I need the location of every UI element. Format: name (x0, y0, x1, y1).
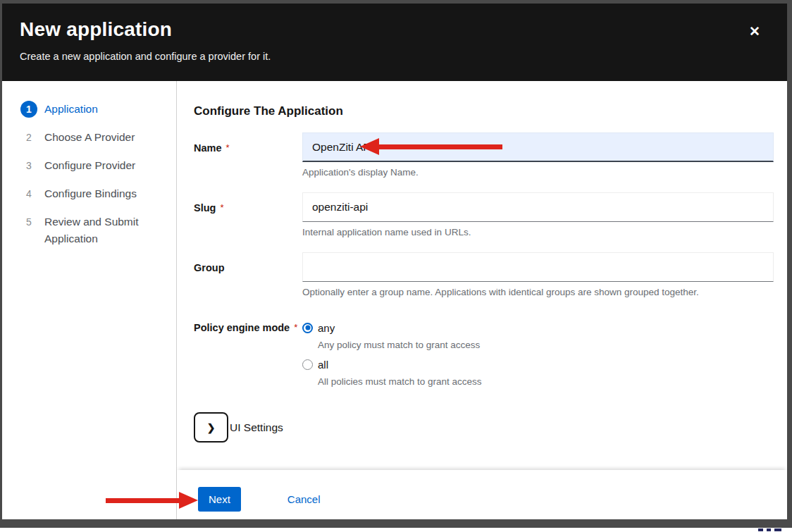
close-icon[interactable]: ✕ (749, 25, 760, 38)
radio-button-icon[interactable] (302, 359, 313, 370)
step-label: Configure Bindings (44, 185, 137, 202)
required-asterisk: * (226, 142, 230, 153)
step-number: 4 (20, 185, 37, 202)
policy-engine-mode-form-row: Policy engine mode* any Any policy must … (194, 312, 774, 392)
step-number: 5 (20, 214, 37, 230)
radio-any[interactable]: any (302, 319, 774, 336)
wizard-step-review-submit[interactable]: 5 Review and Submit Application (20, 214, 169, 247)
wizard-step-application[interactable]: 1 Application (20, 101, 169, 118)
name-form-row: Name* Application's display Name. (194, 132, 774, 178)
cancel-link[interactable]: Cancel (287, 487, 321, 512)
policy-label-col: Policy engine mode* (194, 312, 302, 392)
chevron-right-icon: ❯ (207, 422, 216, 433)
group-form-row: Group Optionally enter a group name. App… (194, 252, 774, 297)
policy-option-any: any Any policy must match to grant acces… (302, 319, 774, 350)
modal-title: New application (20, 18, 762, 41)
policy-option-all: all All policies must match to grant acc… (302, 356, 774, 387)
name-input[interactable] (302, 132, 774, 162)
backdrop-edge-bottom (0, 519, 792, 528)
group-label: Group (194, 262, 225, 273)
radio-all[interactable]: all (302, 356, 774, 373)
radio-all-label: all (318, 359, 328, 371)
new-application-modal: New application Create a new application… (2, 4, 787, 519)
required-asterisk: * (294, 322, 297, 333)
group-helper-text: Optionally enter a group name. Applicati… (302, 287, 774, 297)
name-helper-text: Application's display Name. (302, 167, 774, 178)
step-label: Review and Submit Application (44, 214, 169, 247)
step-number: 2 (20, 129, 37, 146)
clipped-page-text-fragment (758, 528, 781, 531)
radio-any-helper-text: Any policy must match to grant access (318, 340, 774, 350)
form-content: Configure The Application Name* Applicat… (177, 81, 787, 470)
ui-settings-expand-button[interactable]: ❯ (194, 412, 228, 443)
wizard-step-configure-provider[interactable]: 3 Configure Provider (20, 157, 169, 174)
radio-all-helper-text: All policies must match to grant access (318, 376, 774, 387)
backdrop-edge-right (787, 0, 792, 528)
radio-any-label: any (318, 322, 335, 334)
wizard-steps-sidebar: 1 Application 2 Choose A Provider 3 Conf… (2, 81, 177, 519)
modal-body: 1 Application 2 Choose A Provider 3 Conf… (2, 81, 787, 519)
modal-header: New application Create a new application… (2, 4, 787, 81)
name-label: Name (194, 142, 222, 154)
radio-button-icon[interactable] (302, 323, 313, 333)
wizard-step-configure-bindings[interactable]: 4 Configure Bindings (20, 185, 169, 202)
slug-input[interactable] (302, 192, 774, 222)
ui-settings-section: ❯ UI Settings (194, 412, 774, 443)
step-label: Application (44, 101, 98, 118)
step-label: Choose A Provider (44, 129, 135, 146)
slug-helper-text: Internal application name used in URLs. (302, 227, 774, 237)
next-button[interactable]: Next (198, 487, 241, 512)
name-label-col: Name* (194, 132, 302, 178)
required-asterisk: * (220, 202, 223, 213)
wizard-footer: Next Cancel (177, 470, 787, 519)
slug-label-col: Slug* (194, 192, 302, 237)
group-input[interactable] (302, 252, 774, 282)
wizard-step-choose-provider[interactable]: 2 Choose A Provider (20, 129, 169, 146)
step-label: Configure Provider (44, 157, 135, 174)
page-title: Configure The Application (194, 104, 774, 118)
step-number: 1 (20, 101, 37, 118)
modal-subtitle: Create a new application and configure a… (20, 51, 762, 62)
slug-label: Slug (194, 202, 216, 214)
policy-engine-mode-label: Policy engine mode (194, 322, 290, 333)
wizard-content-column: Configure The Application Name* Applicat… (177, 81, 787, 519)
group-label-col: Group (194, 252, 302, 297)
slug-form-row: Slug* Internal application name used in … (194, 192, 774, 237)
ui-settings-label: UI Settings (230, 421, 283, 434)
step-number: 3 (20, 157, 37, 174)
